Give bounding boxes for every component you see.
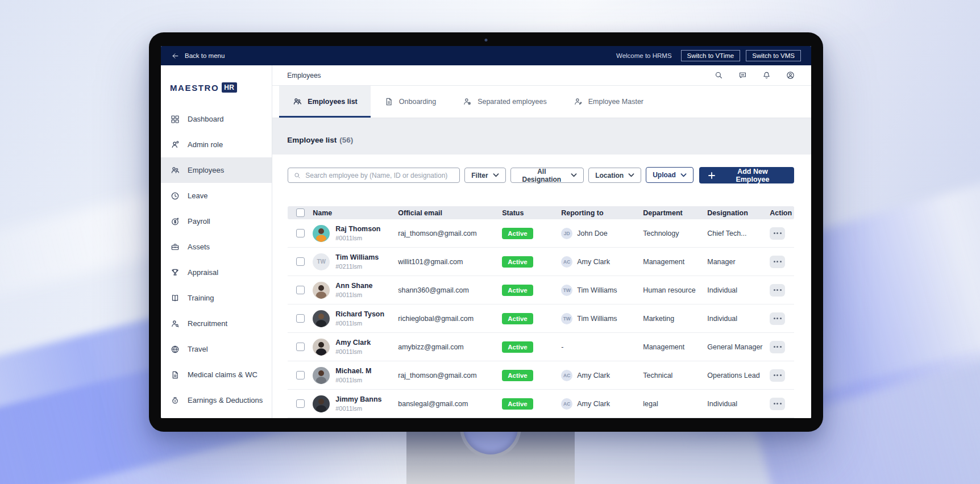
- department: Technical: [643, 372, 707, 379]
- reporting-avatar-chip: TW: [561, 285, 572, 296]
- row-actions-button[interactable]: [770, 227, 785, 240]
- tab-employee-master[interactable]: Employee Master: [560, 86, 657, 118]
- row-actions-button[interactable]: [770, 256, 785, 268]
- official-email: raj_thomson@gmail.com: [398, 230, 502, 237]
- employee-name: Ann Shane: [335, 282, 372, 290]
- sidebar-item-training[interactable]: Training: [161, 285, 272, 311]
- table-row: Amy Clark #0011lsm amybizz@gmail.com Act…: [288, 333, 794, 361]
- row-actions-button[interactable]: [770, 341, 785, 353]
- row-checkbox[interactable]: [296, 286, 305, 294]
- department: Technology: [643, 230, 707, 237]
- row-checkbox[interactable]: [296, 399, 305, 408]
- chevron-down-icon: [571, 172, 577, 178]
- person-remove-icon: [462, 97, 472, 107]
- sidebar-item-assets[interactable]: Assets: [161, 234, 272, 260]
- sidebar-item-earnings-deductions[interactable]: Earnings & Deductions: [161, 387, 272, 413]
- row-checkbox[interactable]: [296, 229, 305, 237]
- back-to-menu-button[interactable]: Back to menu: [171, 52, 225, 60]
- content-area: Employees Employees listOnboardingSepara…: [272, 65, 811, 418]
- table-row: Richard Tyson #0011lsm richieglobal@gmai…: [288, 304, 794, 333]
- admin-role-icon: [170, 140, 180, 150]
- sidebar-item-admin-role[interactable]: Admin role: [161, 132, 272, 157]
- sidebar-item-payroll[interactable]: Payroll: [161, 208, 272, 234]
- tab-separated-employees[interactable]: Separated employees: [449, 86, 560, 118]
- bell-icon[interactable]: [762, 70, 771, 80]
- profile-icon[interactable]: [786, 70, 795, 80]
- switch-to-vtime-button[interactable]: Switch to VTime: [681, 50, 741, 61]
- money-bag-icon: [170, 395, 180, 406]
- record-count: (56): [339, 136, 353, 144]
- official-email: richieglobal@gmail.com: [398, 315, 502, 323]
- sidebar-item-medical-claims-wc[interactable]: Medical claims & WC: [161, 362, 272, 387]
- arrow-left-icon: [171, 52, 180, 60]
- reporting-avatar-chip: TW: [561, 313, 572, 324]
- avatar: [313, 367, 330, 384]
- switch-to-vms-button[interactable]: Switch to VMS: [746, 50, 801, 61]
- document-icon: [384, 97, 394, 107]
- row-actions-button[interactable]: [770, 398, 785, 410]
- designation: Individual: [707, 286, 770, 294]
- sidebar-item-dashboard[interactable]: Dashboard: [161, 106, 272, 132]
- employee-id: #0011lsm: [335, 235, 380, 241]
- row-actions-button[interactable]: [770, 284, 785, 297]
- grid-icon: [170, 114, 180, 124]
- status-badge: Active: [502, 370, 533, 381]
- chat-icon[interactable]: [738, 70, 748, 80]
- status-badge: Active: [502, 228, 533, 239]
- brand-logo[interactable]: MAESTRO HR: [161, 65, 272, 106]
- search-icon[interactable]: [714, 70, 724, 80]
- row-checkbox[interactable]: [296, 314, 305, 323]
- sidebar-item-employees[interactable]: Employees: [161, 157, 272, 183]
- upload-dropdown[interactable]: Upload: [646, 167, 694, 183]
- row-actions-button[interactable]: [770, 312, 785, 325]
- designation-dropdown[interactable]: All Designation: [510, 168, 584, 183]
- row-checkbox[interactable]: [296, 257, 305, 266]
- sidebar-item-recruitment[interactable]: Recruitment: [161, 311, 272, 336]
- sidebar-item-travel[interactable]: Travel: [161, 336, 272, 362]
- employee-id: #0011lsm: [335, 348, 371, 355]
- avatar: TW: [313, 253, 330, 270]
- department: Management: [643, 343, 707, 351]
- status-badge: Active: [502, 313, 533, 324]
- location-dropdown[interactable]: Location: [588, 168, 641, 183]
- app-screen: Back to menu Welcome to HRMS Switch to V…: [161, 46, 811, 418]
- official-email: willit101@gmail.com: [398, 258, 502, 266]
- sidebar-item-leave[interactable]: Leave: [161, 183, 272, 208]
- avatar: [313, 225, 330, 242]
- sidebar-item-label: Medical claims & WC: [188, 370, 258, 379]
- toolbar: Filter All Designation Location: [288, 167, 794, 183]
- search-input[interactable]: [305, 172, 454, 180]
- row-actions-button[interactable]: [770, 369, 785, 382]
- tab-onboarding[interactable]: Onboarding: [371, 86, 449, 118]
- add-new-employee-button[interactable]: Add New Employee: [699, 167, 794, 183]
- people-icon: [170, 165, 180, 176]
- reporting-name: Amy Clark: [577, 400, 610, 408]
- row-checkbox[interactable]: [296, 371, 305, 379]
- status-badge: Active: [502, 341, 533, 353]
- sidebar-item-appraisal[interactable]: Appraisal: [161, 260, 272, 285]
- avatar: [313, 395, 330, 412]
- designation: Chief Tech...: [707, 230, 770, 237]
- breadcrumb: Employees: [287, 72, 321, 80]
- plus-icon: [708, 172, 715, 179]
- person-edit-icon: [573, 97, 583, 107]
- status-badge: Active: [502, 398, 533, 410]
- tab-employees-list[interactable]: Employees list: [279, 86, 371, 118]
- department: Human resource: [643, 286, 707, 294]
- row-checkbox[interactable]: [296, 343, 305, 351]
- top-navbar: Back to menu Welcome to HRMS Switch to V…: [161, 46, 811, 65]
- employee-name: Jimmy Banns: [335, 395, 381, 404]
- sidebar-item-label: Payroll: [188, 217, 210, 226]
- table-row: Raj Thomson #0011lsm raj_thomson@gmail.c…: [288, 219, 794, 248]
- sidebar-nav: DashboardAdmin roleEmployeesLeavePayroll…: [161, 106, 272, 413]
- table-row: Ann Shane #0011lsm shann360@gmail.com Ac…: [288, 276, 794, 304]
- monitor-frame: Back to menu Welcome to HRMS Switch to V…: [149, 32, 823, 432]
- table-row: Michael. M #0011lsm raj_thomson@gmail.co…: [288, 361, 794, 390]
- employee-search[interactable]: [288, 168, 460, 183]
- filter-dropdown[interactable]: Filter: [464, 168, 505, 183]
- reporting-avatar-chip: AC: [561, 370, 572, 381]
- people-icon: [292, 97, 302, 107]
- header-icons: [714, 70, 795, 80]
- select-all-checkbox[interactable]: [296, 208, 305, 217]
- sidebar-item-label: Employees: [188, 166, 224, 174]
